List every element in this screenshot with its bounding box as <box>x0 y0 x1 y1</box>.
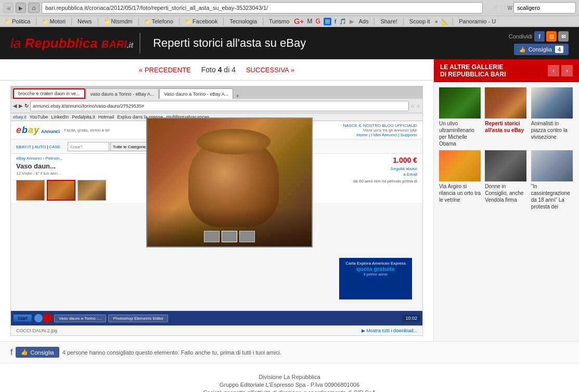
google-icon[interactable]: G <box>315 18 320 25</box>
bm-ads[interactable]: Ads <box>357 18 370 25</box>
fb-consiglia-area: f 👍 Consiglia 4 persone hanno consigliat… <box>10 347 281 358</box>
inner-bm-pe[interactable]: Pedalpita.it <box>72 114 95 120</box>
windows-icon[interactable]: ⊞ <box>324 18 331 25</box>
listing-right: 1.000 € Seguita abuso a Email da 60 anni… <box>339 156 417 201</box>
home-button[interactable]: ⌂ <box>28 3 40 13</box>
bm-telefono[interactable]: 📁 Telefono <box>143 18 175 25</box>
bm-news[interactable]: News <box>76 18 94 25</box>
ebay-nav-sep: | <box>32 145 33 149</box>
inner-address[interactable] <box>30 101 409 111</box>
thumb-2[interactable] <box>47 180 75 201</box>
bm-panoramio[interactable]: Panoramio - U <box>457 18 497 25</box>
reload-button[interactable]: ↻ <box>499 4 506 12</box>
fb-bookmark[interactable]: f <box>334 18 337 24</box>
fb-logo-small: f <box>10 348 12 357</box>
ebay-tagline: Facile, gratis, vicino a te! <box>64 128 110 133</box>
bookmark-star2[interactable]: ▾ <box>494 4 497 12</box>
sidebar-item-1[interactable]: Un ulivo ultraminllenario per Michelle O… <box>439 87 482 147</box>
email-share-icon[interactable]: ✉ <box>558 31 569 42</box>
folder-icon-3: 📁 <box>104 19 110 24</box>
footer-line3: Società soggetta all'attività di direzio… <box>10 389 569 392</box>
sidebar-item-2[interactable]: Reperti storici all'asta su eBay <box>485 87 527 147</box>
address-bar[interactable] <box>42 2 483 14</box>
back-button[interactable]: ◀ <box>3 3 14 13</box>
next-link[interactable]: SUCCESSIVA » <box>246 66 294 74</box>
bm-turismo[interactable]: Turismo <box>267 18 291 25</box>
start-button[interactable]: Start <box>13 314 32 322</box>
ie-icon[interactable] <box>34 314 43 322</box>
inner-bm-li[interactable]: LinkedIn <box>51 114 69 120</box>
inner-bm-yt[interactable]: YouTube <box>30 114 48 120</box>
sidebar-next-btn[interactable]: › <box>561 65 573 76</box>
pottery-lid <box>197 129 271 154</box>
gplus-icon[interactable]: G+ <box>294 17 304 25</box>
ebay-a: a <box>28 125 33 136</box>
bm-scoopit[interactable]: Scoop it <box>408 18 432 25</box>
share-icon[interactable]: ⊡ <box>546 31 557 42</box>
bm-tecnologia[interactable]: Tecnologia <box>228 18 259 25</box>
ebay-nav-home[interactable]: EBAY.IT <box>16 145 31 149</box>
taskbar-icons <box>34 314 52 322</box>
inner-tabs: brocche e crateri daun in ve... vaso dau… <box>11 86 422 99</box>
prev-link[interactable]: « PRECEDENTE <box>139 66 191 74</box>
bm-politica[interactable]: 📁 Politica <box>3 18 32 25</box>
sidebar-item-3[interactable]: Animalisti in piazza contro la vivisezio… <box>531 87 574 147</box>
sidebar-gallery-grid: Un ulivo ultraminllenario per Michelle O… <box>434 82 579 215</box>
consiglia-small-button[interactable]: 👍 Consiglia <box>16 347 59 358</box>
inner-tab-1[interactable]: brocche e crateri daun in ve... <box>13 88 85 99</box>
photo-counter: Foto 4 di 4 <box>201 66 236 74</box>
show-all[interactable]: ▶ Mostra tutti i download... <box>362 328 417 333</box>
bookmark-star[interactable]: ☆ <box>485 4 492 12</box>
inner-fwd[interactable]: ▶ <box>19 103 23 109</box>
ebay-nav-case[interactable]: CASE <box>49 145 60 149</box>
gmail-icon[interactable]: M <box>307 18 312 25</box>
icon1[interactable]: 🎵 <box>339 18 346 25</box>
sidebar-item-5[interactable]: Donne in Consiglio, anche Vendola firma <box>485 150 527 210</box>
taskbar-item-2[interactable]: Photoshop Elements Editor <box>108 315 168 322</box>
file-info: COCCI.DAUN.2.jpg <box>16 328 57 333</box>
consiglia-button[interactable]: 👍 Consiglia 4 <box>514 44 569 55</box>
bm-motori[interactable]: 📁 Motori <box>41 18 67 25</box>
icon2[interactable]: ▶ <box>350 18 354 25</box>
app-icon[interactable] <box>44 314 52 322</box>
follow-btn[interactable]: Seguita abuso <box>339 166 417 171</box>
inner-bm-hm[interactable]: Hotmail <box>98 114 114 120</box>
inner-tab-2[interactable]: vaso dauro a Torino - eBay A... <box>86 88 159 99</box>
taskbar-item-1[interactable]: Vaso dauro a Torino -... <box>54 315 106 322</box>
thumb-pottery <box>485 87 526 119</box>
total-photos: 4 <box>231 66 236 74</box>
bm-sep10 <box>453 18 453 25</box>
overlay-thumb-3[interactable] <box>239 231 255 242</box>
browser-nav-bar: ◀ ▶ ⌂ ☆ ▾ ↻ W <box>0 0 579 16</box>
sidebar-item-4[interactable]: Via Argiro si rilancia un orto tra le ve… <box>439 150 482 210</box>
new-tab-btn[interactable]: + <box>236 93 239 99</box>
bm-facebook[interactable]: 📁 Facebook <box>184 18 219 25</box>
inner-reload[interactable]: ↻ <box>24 103 29 109</box>
bm-share[interactable]: Share! <box>379 18 398 25</box>
email-btn[interactable]: a Email <box>339 172 417 177</box>
facebook-share-icon[interactable]: f <box>534 31 545 42</box>
overlay-thumb-1[interactable] <box>204 231 220 242</box>
overlay-thumb-2[interactable] <box>222 231 237 242</box>
bm-ntsmdm[interactable]: 📁 Ntsmdm <box>102 18 134 25</box>
thumb-3[interactable] <box>78 180 106 201</box>
thumb-1[interactable] <box>16 180 45 201</box>
sidebar-item-6[interactable]: "In cassintegrazione da 18 anni" La prot… <box>531 150 574 210</box>
inner-star2[interactable]: ☆ <box>416 103 420 109</box>
taskbar-time: 10:02 <box>402 315 420 322</box>
scoopit-icon[interactable]: ● <box>435 18 439 24</box>
sidebar-prev-btn[interactable]: ‹ <box>548 65 559 76</box>
taskbar: Start Vaso dauro a Torino -... Photoshop… <box>11 311 422 325</box>
wiki-search-input[interactable] <box>513 2 576 14</box>
inner-tab-3[interactable]: Vaso dauro a Torino - eBay A... <box>159 88 233 99</box>
ebay-nav-auto[interactable]: AUTO <box>34 145 46 149</box>
forward-button[interactable]: ▶ <box>16 3 26 13</box>
inner-back[interactable]: ◀ <box>13 103 17 109</box>
icon3[interactable]: 📐 <box>441 18 448 25</box>
ebay-blog-promo: NASCE IL NOSTRO BLOG UFFICIALE! Vieni ve… <box>343 123 417 137</box>
inner-star[interactable]: ☆ <box>410 103 415 109</box>
ebay-what-field[interactable] <box>68 142 109 151</box>
inner-bm-ebay[interactable]: ebay.it <box>13 114 27 120</box>
bm-sep8 <box>374 18 375 25</box>
ad-title: Carta Explora American Express <box>342 261 409 266</box>
